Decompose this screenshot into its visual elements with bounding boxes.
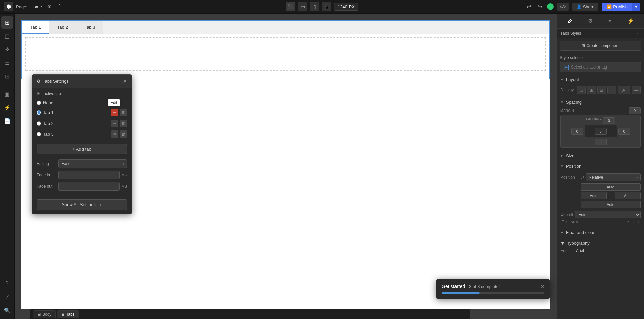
sidebar-ecommerce[interactable]: ⊡ bbox=[1, 70, 13, 82]
sidebar-help[interactable]: ? bbox=[1, 277, 13, 289]
sidebar-tasks[interactable]: ✓ bbox=[1, 291, 13, 303]
sidebar-pages[interactable]: 📄 bbox=[1, 115, 13, 127]
tab-1-left: Tab 1 bbox=[37, 110, 54, 115]
canvas-tab-1[interactable]: Tab 1 bbox=[22, 21, 49, 34]
get-started-close-button[interactable]: ✕ bbox=[541, 284, 544, 289]
component-icon: ⊞ bbox=[582, 43, 585, 48]
tab-3-edit-button[interactable]: ✏ bbox=[111, 130, 118, 138]
font-label: Font bbox=[560, 248, 574, 253]
get-started-more-button[interactable]: ··· bbox=[534, 284, 538, 289]
panel-close-button[interactable]: ✕ bbox=[123, 78, 127, 84]
show-all-settings-button[interactable]: Show All Settings → bbox=[37, 199, 127, 210]
right-sidebar-tabs: 🖊 ⚙ ✦ ⚡ bbox=[557, 14, 644, 29]
tab-3-row: Tab 3 ✏ 🗑 bbox=[37, 129, 127, 139]
margin-input[interactable] bbox=[629, 107, 641, 114]
tab-1-edit-button[interactable]: ✏ bbox=[111, 109, 118, 116]
tablet-portrait-view-icon[interactable]: ▯ bbox=[310, 2, 319, 11]
display-inline-button[interactable]: ▭ bbox=[607, 86, 616, 94]
tab-2-actions: ✏ 🗑 bbox=[111, 120, 127, 127]
display-flex-button[interactable]: ⊞ bbox=[587, 86, 596, 94]
inner-input[interactable] bbox=[595, 128, 607, 135]
display-grid-button[interactable]: ⊟ bbox=[597, 86, 606, 94]
easing-select[interactable]: Ease Linear Ease In Ease Out bbox=[58, 159, 127, 168]
fade-out-input[interactable]: 100 bbox=[58, 182, 120, 191]
display-text-button[interactable]: A bbox=[618, 86, 630, 94]
tab-2-radio[interactable] bbox=[37, 121, 41, 126]
fade-in-input[interactable]: 300 bbox=[58, 171, 120, 179]
sidebar-symbols[interactable]: ❖ bbox=[1, 43, 13, 55]
tab-none-left: None bbox=[37, 100, 53, 105]
position-header[interactable]: ▼ Position bbox=[557, 161, 644, 171]
size-header[interactable]: ▼ Size bbox=[557, 151, 644, 161]
fade-out-unit: MS bbox=[122, 184, 127, 188]
publish-button[interactable]: 🔼 Publish bbox=[602, 3, 632, 11]
tablet-view-icon[interactable]: ▭ bbox=[298, 2, 307, 11]
itself-select[interactable]: Auto bbox=[575, 211, 641, 218]
tab-2-delete-button[interactable]: 🗑 bbox=[120, 120, 127, 127]
page-name[interactable]: Home bbox=[30, 4, 42, 9]
canvas-tab-3[interactable]: Tab 3 bbox=[76, 21, 104, 34]
tab-none-radio[interactable] bbox=[37, 101, 41, 105]
mobile-view-icon[interactable]: 📱 bbox=[322, 2, 331, 11]
position-bottom-input[interactable] bbox=[581, 201, 641, 208]
interactions-tab-icon[interactable]: ✦ bbox=[605, 16, 615, 26]
code-editor-button[interactable]: </> bbox=[557, 3, 569, 11]
padding-bottom-input[interactable] bbox=[595, 139, 607, 145]
eye-icon[interactable]: 👁 bbox=[45, 2, 54, 11]
sidebar-navigator[interactable]: ◫ bbox=[1, 30, 13, 42]
layout-header[interactable]: ▼ Layout bbox=[557, 74, 644, 85]
lightning-tab-icon[interactable]: ⚡ bbox=[625, 16, 637, 26]
create-component-button[interactable]: ⊞ Create component bbox=[560, 41, 641, 51]
class-tag-input[interactable]: [=] Select a class or tag bbox=[560, 62, 641, 72]
sidebar-search[interactable]: 🔍 bbox=[1, 304, 13, 316]
display-none-button[interactable]: — bbox=[632, 86, 641, 94]
display-block-button[interactable]: □ bbox=[577, 86, 586, 94]
sidebar-cms[interactable]: ☰ bbox=[1, 57, 13, 69]
canvas-tab-2[interactable]: Tab 2 bbox=[49, 21, 76, 34]
position-right-input[interactable] bbox=[615, 192, 641, 199]
style-tab-icon[interactable]: 🖊 bbox=[565, 17, 576, 26]
publish-dropdown-button[interactable]: ▾ bbox=[632, 3, 640, 11]
font-row: Font Arial bbox=[557, 248, 644, 256]
typography-header[interactable]: ▼ Typography bbox=[557, 238, 644, 248]
settings-tab-icon[interactable]: ⚙ bbox=[585, 16, 595, 26]
tabs-icon: ⊟ bbox=[61, 312, 65, 317]
bottom-tab-tabs[interactable]: ⊟ Tabs bbox=[57, 310, 79, 318]
tab-3-radio[interactable] bbox=[37, 132, 41, 136]
more-menu-button[interactable]: ⋮ bbox=[57, 3, 63, 10]
position-label: Position bbox=[566, 164, 581, 169]
tab-1-radio[interactable] bbox=[37, 110, 41, 115]
tab-2-edit-button[interactable]: ✏ bbox=[111, 120, 118, 127]
tabs-styles-more-button[interactable]: ··· bbox=[637, 31, 641, 36]
padding-right-input[interactable] bbox=[618, 128, 630, 135]
relative-to-row: Relative to z-Index bbox=[560, 220, 641, 224]
pos-auto-middle bbox=[560, 192, 641, 199]
bottom-bar: ▣ Body ⊟ Tabs bbox=[30, 309, 470, 319]
undo-button[interactable]: ↩ bbox=[525, 2, 533, 12]
padding-label: PADDING bbox=[586, 117, 601, 124]
topbar-center: ⬛ ▭ ▯ 📱 1240 PX bbox=[286, 2, 358, 11]
tab-1-delete-button[interactable]: 🗑 bbox=[120, 109, 127, 116]
bottom-tab-body[interactable]: ▣ Body bbox=[33, 310, 56, 318]
class-tag-selector[interactable]: [=] Select a class or tag bbox=[557, 62, 644, 74]
sidebar-interactions[interactable]: ⚡ bbox=[1, 101, 13, 113]
redo-button[interactable]: ↪ bbox=[536, 2, 544, 12]
share-button[interactable]: 👤 Share bbox=[572, 3, 599, 11]
get-started-panel: Get started 3 of 8 complete! ··· ✕ bbox=[436, 279, 550, 299]
position-top-input[interactable] bbox=[581, 183, 641, 191]
tab-3-left: Tab 3 bbox=[37, 132, 54, 137]
desktop-view-icon[interactable]: ⬛ bbox=[286, 2, 295, 11]
position-type-select[interactable]: Relative Absolute Fixed Sticky Static bbox=[586, 173, 641, 181]
typography-label: Typography bbox=[567, 241, 590, 246]
tab-3-delete-button[interactable]: 🗑 bbox=[120, 130, 127, 138]
canvas-area[interactable]: Tab 1 Tab 2 Tab 3 ⚙ Tabs Settings ✕ Set … bbox=[15, 14, 557, 319]
webflow-logo-icon[interactable] bbox=[4, 2, 13, 11]
padding-top-input[interactable] bbox=[603, 117, 615, 124]
padding-left-input[interactable] bbox=[571, 128, 583, 135]
position-left-input[interactable] bbox=[581, 192, 607, 199]
sidebar-assets[interactable]: ▣ bbox=[1, 88, 13, 100]
spacing-header[interactable]: ▼ Spacing bbox=[557, 97, 644, 107]
sidebar-add-elements[interactable]: ⊞ bbox=[1, 16, 13, 29]
float-clear-header[interactable]: ▼ Float and clear bbox=[557, 227, 644, 238]
add-tab-button[interactable]: + Add tab bbox=[37, 144, 127, 154]
